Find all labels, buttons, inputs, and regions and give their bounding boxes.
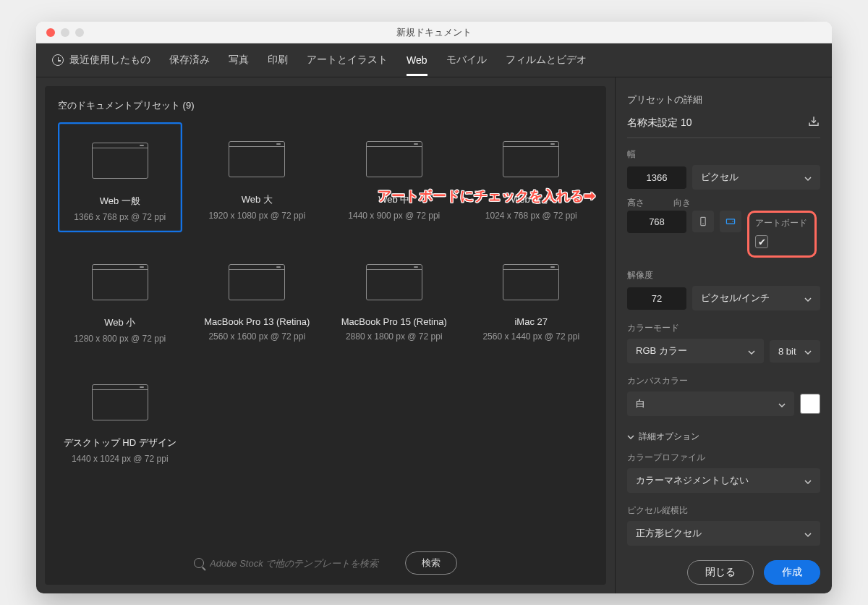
preset-card-web-medium[interactable]: Web 中 1440 x 900 px @ 72 ppi [332,122,456,232]
orientation-landscape-button[interactable] [720,211,741,232]
resolution-units-select[interactable]: ピクセル/インチ [692,286,820,310]
preset-card-web-common[interactable]: Web 一般 1366 x 768 px @ 72 ppi [58,122,182,232]
preset-card-mbp13[interactable]: MacBook Pro 13 (Retina) 2560 x 1600 px @… [195,245,320,352]
preset-card-mbp15[interactable]: MacBook Pro 15 (Retina) 2880 x 1800 px @… [332,245,456,352]
preset-thumb-icon [503,264,559,300]
preset-card-web-min[interactable]: Web 最小 1024 x 768 px @ 72 ppi [469,122,594,232]
preset-sub: 1280 x 800 px @ 72 ppi [74,334,166,344]
color-profile-label: カラープロファイル [627,452,820,464]
stock-search-input[interactable] [210,558,398,569]
preset-thumb-icon [229,264,285,300]
color-profile-select[interactable]: カラーマネジメントしない [627,468,820,493]
stock-search-field[interactable] [194,558,398,569]
presets-heading: 空のドキュメントプリセット (9) [58,99,593,112]
preset-name: Web 小 [104,316,135,329]
height-label: 高さ [627,197,644,209]
tab-saved[interactable]: 保存済み [169,54,210,77]
preset-sub: 2560 x 1440 px @ 72 ppi [482,331,579,342]
preset-name: Web 大 [242,193,273,206]
svg-point-3 [732,221,733,222]
height-input[interactable] [627,211,686,233]
preset-sub: 1024 x 768 px @ 72 ppi [485,211,577,221]
preset-name: MacBook Pro 13 (Retina) [204,316,310,327]
preset-card-web-large[interactable]: Web 大 1920 x 1080 px @ 72 ppi [195,122,320,232]
clock-icon [52,54,64,66]
window-title: 新規ドキュメント [36,26,832,39]
preset-card-web-small[interactable]: Web 小 1280 x 800 px @ 72 ppi [58,245,182,352]
preset-details-panel: プリセットの詳細 名称未設定 10 幅 ピクセル 高さ [615,77,832,593]
color-profile-value: カラーマネジメントしない [636,474,749,487]
units-value: ピクセル [701,171,739,184]
pixel-aspect-select[interactable]: 正方形ピクセル [627,521,820,546]
tab-recent-label: 最近使用したもの [69,54,150,67]
preset-name: Web 一般 [100,195,140,208]
tab-photo[interactable]: 写真 [229,54,249,77]
resolution-input[interactable] [627,287,686,310]
bitdepth-value: 8 bit [778,346,796,357]
colormode-label: カラーモード [627,322,820,334]
app-body: 最近使用したもの 保存済み 写真 印刷 アートとイラスト Web モバイル フィ… [36,43,832,593]
orientation-portrait-button[interactable] [692,211,714,232]
chevron-down-icon [778,400,786,407]
width-label: 幅 [627,148,820,161]
titlebar: 新規ドキュメント [36,22,832,43]
canvas-color-label: カンバスカラー [627,375,820,387]
document-name-input[interactable]: 名称未設定 10 [627,117,692,130]
chevron-down-icon [804,295,812,302]
tab-mobile[interactable]: モバイル [446,54,487,77]
artboard-highlight-box: アートボード ✔ [747,211,817,258]
preset-name: Web 中 [378,193,409,206]
preset-thumb-icon [92,264,148,300]
advanced-options-toggle[interactable]: 詳細オプション [627,431,820,443]
preset-name: MacBook Pro 15 (Retina) [341,316,447,327]
advanced-options-label: 詳細オプション [639,431,699,443]
chevron-down-icon [804,174,812,181]
orientation-label: 向き [673,197,691,209]
dialog-footer: 閉じる 作成 [627,553,820,585]
create-button[interactable]: 作成 [764,560,820,585]
resolution-units-value: ピクセル/インチ [701,292,770,305]
tab-film[interactable]: フィルムとビデオ [506,54,587,77]
tab-art[interactable]: アートとイラスト [307,54,388,77]
preset-thumb-icon [92,384,148,420]
details-heading: プリセットの詳細 [627,93,820,106]
mac-window: 新規ドキュメント 最近使用したもの 保存済み 写真 印刷 アートとイラスト We… [36,22,832,593]
canvas-color-value: 白 [636,397,645,410]
chevron-down-icon [804,530,812,537]
pixel-aspect-label: ピクセル縦横比 [627,504,820,517]
category-tabs: 最近使用したもの 保存済み 写真 印刷 アートとイラスト Web モバイル フィ… [36,43,832,77]
preset-card-desktop-hd[interactable]: デスクトップ HD デザイン 1440 x 1024 px @ 72 ppi [58,365,182,473]
width-input[interactable] [627,166,686,189]
colormode-select[interactable]: RGB カラー [627,339,764,363]
artboard-checkbox[interactable]: ✔ [755,235,768,248]
preset-card-imac27[interactable]: iMac 27 2560 x 1440 px @ 72 ppi [469,245,594,352]
tab-recent[interactable]: 最近使用したもの [52,54,150,77]
colormode-value: RGB カラー [636,344,687,358]
chevron-down-icon [804,347,812,355]
canvas-color-swatch[interactable] [800,394,820,414]
dialog-body: 空のドキュメントプリセット (9) Web 一般 1366 x 768 px @… [36,77,832,593]
stock-search-button[interactable]: 検索 [405,551,457,575]
artboard-label: アートボード [755,217,807,229]
preset-name: iMac 27 [514,316,548,327]
tab-print[interactable]: 印刷 [268,54,288,77]
tab-web[interactable]: Web [407,54,427,76]
preset-thumb-icon [92,143,148,179]
pixel-aspect-value: 正方形ピクセル [636,527,702,540]
save-preset-icon[interactable] [807,115,820,130]
chevron-down-icon [748,347,755,355]
bitdepth-select[interactable]: 8 bit [770,340,820,363]
preset-name: デスクトップ HD デザイン [64,436,176,449]
close-button[interactable]: 閉じる [687,560,754,585]
preset-name: Web 最小 [511,193,551,206]
preset-sub: 1440 x 900 px @ 72 ppi [348,211,440,221]
preset-grid: Web 一般 1366 x 768 px @ 72 ppi Web 大 1920… [58,122,593,473]
preset-thumb-icon [366,264,422,300]
resolution-label: 解像度 [627,269,820,282]
preset-sub: 1366 x 768 px @ 72 ppi [74,212,166,222]
units-select[interactable]: ピクセル [692,165,820,190]
chevron-down-icon [804,477,812,484]
preset-sub: 1440 x 1024 px @ 72 ppi [72,454,169,464]
document-name-row: 名称未設定 10 [627,115,820,138]
canvas-color-select[interactable]: 白 [627,392,794,416]
